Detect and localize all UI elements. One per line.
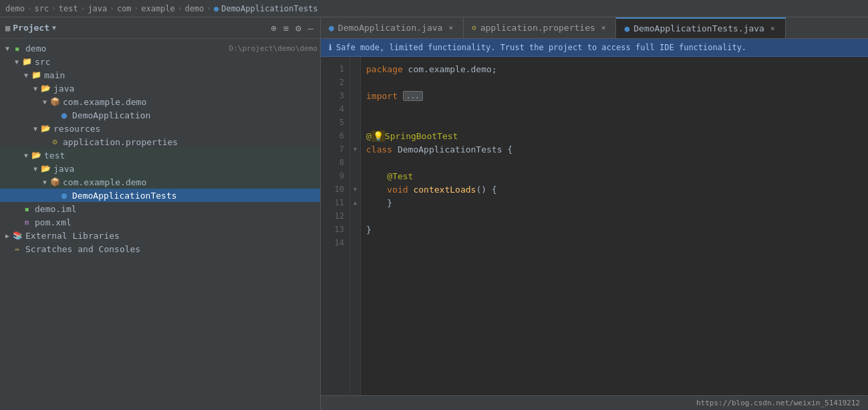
gutter-1 [350,62,360,76]
spring-test-class-icon: ● [59,190,69,201]
tab-demo-application-tests[interactable]: ● DemoApplicationTests.java × [616,17,785,38]
tab-application-properties[interactable]: ⚙ application.properties × [464,17,616,38]
breadcrumb-item-demo2[interactable]: demo [184,4,204,13]
tree-item-java[interactable]: ▼ 📂 java [0,82,320,95]
tree-item-demo-iml[interactable]: ▶ ◼ demo.iml [0,202,320,215]
line-num-9: 9 [321,169,349,183]
line-num-12: 12 [321,209,349,223]
tab-demo-application[interactable]: ● DemoApplication.java × [321,17,464,38]
editor-area: ● DemoApplication.java × ⚙ application.p… [321,17,868,410]
method-name: contextLoads [413,185,476,195]
code-line-6: @💡SpringBootTest [366,129,868,142]
module-icon: ▪ [12,43,23,54]
line-num-11: 11 [321,196,349,209]
breadcrumb-item-src[interactable]: src [35,4,49,13]
tree-item-java-test[interactable]: ▼ 📂 java [0,162,320,175]
sidebar-settings-btn[interactable]: ⚙ [294,22,302,34]
folder-icon-src: 📁 [21,56,32,67]
tree-item-demo-root[interactable]: ▼ ▪ demo D:\project\demo\demo [0,41,320,55]
code-line-3: import ... [366,89,868,102]
annotation-at: @ [366,131,372,141]
tree-item-com-example-demo[interactable]: ▼ 📦 com.example.demo [0,95,320,108]
gutter-7[interactable]: ▼ [350,142,360,156]
code-line-8 [366,156,868,169]
tree-item-src[interactable]: ▼ 📁 src [0,55,320,68]
sidebar-title-label: Project [13,23,49,33]
annotation-lightbulb: 💡 [372,130,385,142]
code-editor: 1 2 3 4 5 6 7 8 9 10 11 12 13 14 [321,57,868,395]
breadcrumb-item-example[interactable]: example [141,4,175,13]
keyword-import: import [366,91,398,101]
folder-resources-icon: 📂 [40,123,51,134]
tree-label-java-test: java [53,164,317,174]
sidebar: ▦ Project ▼ ⊕ ≡ ⚙ — ▼ ▪ demo D:\project\… [0,17,321,410]
sidebar-minimize-btn[interactable]: — [307,22,315,34]
folder-src-icon: 📂 [40,83,51,94]
tree-label-demo-iml: demo.iml [35,204,317,214]
line-num-10: 10 [321,183,349,196]
tree-label-pom-xml: pom.xml [35,217,317,227]
tab-close-1[interactable]: × [446,23,455,33]
line-num-7: 7 [321,142,349,156]
sidebar-dropdown-icon[interactable]: ▼ [52,24,56,31]
annotation-springboottest: SpringBootTest [385,131,458,141]
tree-item-external-libs[interactable]: ▶ 📚 External Libraries [0,229,320,242]
line-gutter: ▼ ▼ ▲ [350,57,361,395]
sidebar-locate-btn[interactable]: ⊕ [269,22,277,34]
code-line-10: void contextLoads () { [366,183,868,196]
tree-label-src: src [35,57,317,67]
xml-icon: m [21,217,32,227]
sidebar-header: ▦ Project ▼ ⊕ ≡ ⚙ — [0,17,320,39]
tree-item-pom-xml[interactable]: ▶ m pom.xml [0,215,320,229]
gutter-11[interactable]: ▲ [350,196,360,209]
tree-item-test[interactable]: ▼ 📂 test [0,148,320,162]
tree-item-resources[interactable]: ▼ 📂 resources [0,122,320,135]
code-line-2 [366,76,868,89]
safe-mode-icon: ℹ [329,43,332,52]
classname: DemoApplicationTests [398,144,502,155]
line-num-13: 13 [321,223,349,236]
gutter-6 [350,129,360,142]
code-line-1: package com.example.demo; [366,62,868,76]
gutter-13 [350,223,360,236]
code-line-13: } [366,223,868,236]
tree-item-scratches[interactable]: ▶ ✏ Scratches and Consoles [0,242,320,255]
safe-mode-banner: ℹ Safe mode, limited functionality. Trus… [321,39,868,57]
gutter-8 [350,156,360,169]
breadcrumb-item-java[interactable]: java [88,4,107,13]
tree-item-demo-application-tests[interactable]: ▶ ● DemoApplicationTests [0,189,320,202]
gutter-10[interactable]: ▼ [350,183,360,196]
tree-item-app-properties[interactable]: ▶ ⚙ application.properties [0,135,320,148]
tree-label-external-libs: External Libraries [25,231,317,241]
tree-item-demo-application[interactable]: ▶ ● DemoApplication [0,108,320,122]
sidebar-tree: ▼ ▪ demo D:\project\demo\demo ▼ 📁 src ▼ … [0,39,320,410]
tree-label-app-properties: application.properties [63,137,317,147]
gutter-14 [350,236,360,249]
folder-test-icon: 📂 [31,150,41,161]
breadcrumb-item-com[interactable]: com [117,4,132,13]
breadcrumb-item-class[interactable]: DemoApplicationTests [221,4,318,13]
tab-label-3: DemoApplicationTests.java [633,23,764,33]
folder-icon-main: 📁 [31,70,41,80]
sidebar-title: ▦ Project ▼ [5,23,56,33]
tab-label-1: DemoApplication.java [338,23,443,33]
gutter-12 [350,209,360,223]
tree-item-main[interactable]: ▼ 📁 main [0,68,320,82]
code-line-9: @Test [366,169,868,183]
code-content[interactable]: package com.example.demo; import ... [361,57,868,395]
breadcrumb-item-test[interactable]: test [59,4,78,13]
status-bar: https://blog.csdn.net/weixin_51419212 [321,395,868,410]
tab-spring-icon-3: ● [624,23,629,33]
tree-item-com-example-demo-test[interactable]: ▼ 📦 com.example.demo [0,175,320,189]
keyword-package: package [366,64,403,74]
scratch-icon: ✏ [12,243,23,254]
sidebar-actions: ⊕ ≡ ⚙ — [269,22,315,34]
tab-close-2[interactable]: × [599,23,608,33]
tab-close-3[interactable]: × [768,23,777,33]
gutter-9 [350,169,360,183]
sidebar-collapse-btn[interactable]: ≡ [282,22,290,34]
breadcrumb-item-demo[interactable]: demo [5,4,25,13]
gutter-2 [350,76,360,89]
import-collapsed-dots[interactable]: ... [403,91,423,101]
line-numbers: 1 2 3 4 5 6 7 8 9 10 11 12 13 14 [321,57,350,395]
